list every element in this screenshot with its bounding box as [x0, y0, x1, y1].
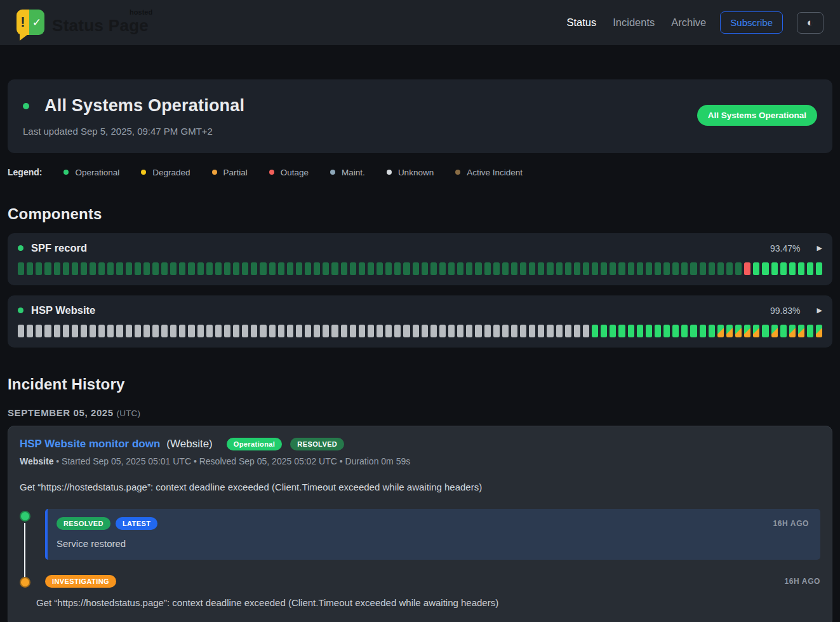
incident-update: RESOLVEDLATEST16H AGOService restored — [20, 509, 820, 560]
incident-meta-component: Website — [20, 456, 53, 466]
uptime-bar — [493, 262, 500, 275]
update-status-badge: RESOLVED — [57, 517, 110, 530]
overall-status-badge: All Systems Operational — [697, 105, 817, 126]
uptime-bar — [753, 262, 759, 275]
uptime-bar — [81, 262, 87, 275]
uptime-bar — [493, 325, 500, 337]
uptime-bar — [394, 325, 401, 337]
uptime-bar — [430, 262, 437, 275]
uptime-bar — [663, 262, 670, 275]
uptime-bar — [260, 325, 266, 337]
uptime-bar — [556, 262, 563, 275]
legend-item-partial: Partial — [212, 168, 248, 177]
uptime-bar — [735, 262, 742, 275]
uptime-bar — [520, 262, 526, 275]
subscribe-button[interactable]: Subscribe — [720, 11, 783, 34]
uptime-bar — [314, 325, 320, 337]
last-updated-text: Last updated Sep 5, 2025, 09:47 PM GMT+2 — [23, 126, 244, 137]
incident-history-heading: Incident History — [8, 375, 832, 393]
uptime-bar — [36, 262, 42, 275]
component-card: SPF record93.47%▶ — [8, 233, 832, 285]
timeline-marker-icon — [20, 577, 30, 588]
expand-arrow-icon[interactable]: ▶ — [817, 306, 822, 314]
uptime-bar — [72, 262, 78, 275]
nav-link-status[interactable]: Status — [566, 17, 596, 29]
uptime-bar — [18, 325, 24, 337]
uptime-bar — [188, 262, 194, 275]
update-timestamp: 16H AGO — [785, 577, 820, 586]
legend-item-label: Active Incident — [467, 168, 523, 177]
legend-item-active-incident: Active Incident — [455, 168, 523, 177]
incident-updates-list: RESOLVEDLATEST16H AGOService restoredINV… — [20, 509, 820, 608]
uptime-bar — [305, 262, 311, 275]
uptime-bar — [574, 262, 580, 275]
nav-link-incidents[interactable]: Incidents — [613, 17, 655, 29]
legend-item-label: Maint. — [342, 168, 365, 177]
uptime-bar — [403, 325, 410, 337]
incident-date-heading: SEPTEMBER 05, 2025 (UTC) — [8, 407, 832, 418]
legend-dot-icon — [63, 170, 69, 175]
uptime-bar — [709, 262, 715, 275]
uptime-bar — [637, 325, 643, 337]
uptime-bar — [583, 325, 589, 337]
incident-date: SEPTEMBER 05, 2025 — [8, 407, 114, 418]
uptime-bar — [377, 262, 383, 275]
uptime-bar — [126, 325, 132, 337]
theme-toggle-button[interactable]: ◐ — [797, 12, 823, 34]
uptime-bar — [646, 262, 652, 275]
uptime-bar — [161, 325, 168, 337]
uptime-bar — [717, 262, 724, 275]
component-header[interactable]: HSP Website99.83%▶ — [18, 304, 822, 316]
uptime-bar — [556, 325, 563, 337]
uptime-bar — [350, 325, 356, 337]
uptime-bar — [484, 325, 491, 337]
uptime-bar — [789, 262, 796, 275]
uptime-bar — [798, 325, 804, 337]
uptime-bar — [771, 325, 778, 337]
uptime-bar — [618, 262, 625, 275]
uptime-bar — [690, 262, 697, 275]
top-header: ! ✓ Status Page hosted StatusIncidentsAr… — [0, 0, 840, 45]
incident-status-badge: RESOLVED — [290, 438, 344, 450]
uptime-bar — [341, 262, 347, 275]
uptime-bar — [646, 325, 652, 337]
components-list: SPF record93.47%▶HSP Website99.83%▶ — [8, 233, 832, 348]
uptime-bar — [215, 262, 222, 275]
uptime-bar — [789, 325, 796, 337]
component-header[interactable]: SPF record93.47%▶ — [18, 242, 822, 254]
uptime-bars — [18, 262, 822, 275]
nav-link-archive[interactable]: Archive — [671, 17, 706, 29]
uptime-bar — [762, 325, 768, 337]
uptime-bar — [439, 325, 446, 337]
uptime-bar — [242, 325, 248, 337]
update-message: Service restored — [57, 538, 809, 549]
expand-arrow-icon[interactable]: ▶ — [817, 244, 822, 252]
uptime-bar — [538, 262, 544, 275]
update-message: Get “https://hostedstatus.page”: context… — [36, 597, 820, 608]
uptime-bar — [726, 325, 733, 337]
uptime-bar — [233, 262, 239, 275]
component-uptime-percent: 93.47% — [770, 243, 800, 254]
update-badges-row: INVESTIGATING16H AGO — [45, 575, 820, 588]
uptime-bar — [655, 325, 661, 337]
uptime-bar — [197, 325, 204, 337]
overall-status-title: All Systems Operational — [44, 96, 244, 116]
status-card-left: All Systems Operational Last updated Sep… — [23, 96, 244, 137]
uptime-bar — [331, 262, 338, 275]
uptime-bar — [107, 262, 114, 275]
uptime-bar — [269, 262, 276, 275]
incident-title-link[interactable]: HSP Website monitor down — [20, 438, 160, 450]
component-card: HSP Website99.83%▶ — [8, 295, 832, 348]
uptime-bar — [206, 262, 213, 275]
uptime-bar — [672, 325, 679, 337]
component-name: SPF record — [31, 242, 763, 254]
legend-item-label: Partial — [223, 168, 248, 177]
uptime-bar — [44, 325, 51, 337]
brand[interactable]: ! ✓ Status Page hosted — [17, 10, 149, 36]
legend-item-label: Operational — [75, 168, 119, 177]
uptime-bar — [385, 325, 392, 337]
uptime-bar — [233, 325, 239, 337]
uptime-bar — [98, 325, 105, 337]
uptime-bar — [394, 262, 401, 275]
legend-dot-icon — [330, 170, 335, 175]
